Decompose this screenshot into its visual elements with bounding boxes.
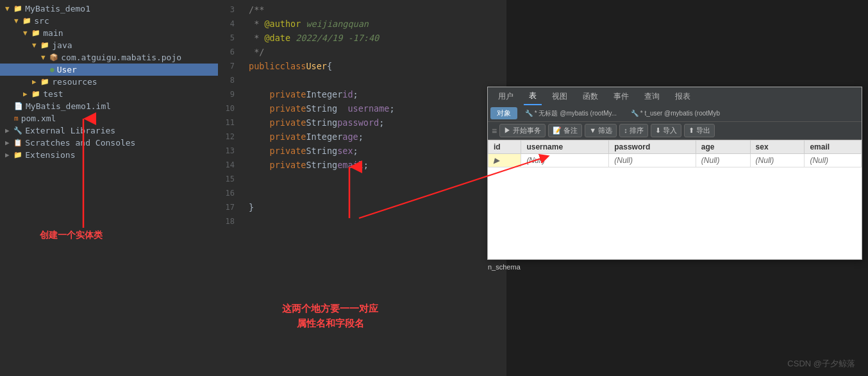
code-line-6: */ [249,45,506,59]
sidebar-item-package[interactable]: ▼ 📦 com.atguigu.mabatis.pojo [0,51,218,64]
col-age[interactable]: age [696,141,750,154]
sidebar-label: test [43,89,63,99]
code-line-12: private Integer age; [249,130,506,144]
folder-icon: ▶ 📁 [23,90,40,98]
code-line-14: private String email; [249,158,506,172]
sidebar-label: Extensions [25,150,75,160]
iml-icon: 📄 [14,102,23,110]
folder-icon: ▶ 📋 [5,139,22,147]
sidebar-label: java [52,40,72,50]
col-id[interactable]: id [488,141,521,154]
col-password[interactable]: password [609,141,696,154]
code-line-11: private String password; [249,115,506,130]
code-line-16 [249,186,506,200]
sidebar-item-user-class[interactable]: ● User [0,64,218,76]
sidebar-item-iml[interactable]: 📄 MyBatis_demo1.iml [0,100,218,112]
cell-password[interactable]: (Null) [609,154,696,167]
db-tab-query[interactable]: 查询 [639,89,665,105]
sidebar-item-external-libs[interactable]: ▶ 🔧 External Libraries [0,124,218,137]
db-toolbar: ≡ ▶ 开始事务 📝 备注 ▼ 筛选 ↕ 排序 ⬇ 导入 ⬆ 导出 [488,122,862,140]
sidebar-label: MyBatis_demo1.iml [26,101,111,111]
sidebar-item-extensions[interactable]: ▶ 📁 Extensions [0,149,218,161]
sidebar-item-src[interactable]: ▼ 📁 src [0,15,218,27]
db-data-table: id username password age sex email ▶ (Nu… [488,140,862,167]
sidebar-label: pom.xml [21,114,56,123]
left-annotation: 创建一个实体类 [40,230,103,241]
class-icon: ● [50,65,54,74]
watermark: CSDN @子夕鲸落 [787,358,855,370]
code-line-10: private String username; [249,101,506,115]
col-email[interactable]: email [805,141,862,154]
code-line-7: public class User { [249,59,506,73]
sidebar-label: External Libraries [25,126,115,135]
code-line-15 [249,172,506,186]
db-top-tabs: 用户 表 视图 函数 事件 查询 报表 [488,87,862,105]
sidebar-label: User [57,65,77,74]
db-tab-table[interactable]: 表 [524,88,542,105]
sidebar-item-java[interactable]: ▼ 📁 java [0,39,218,51]
code-line-9: private Integer id; [249,87,506,101]
cell-username[interactable]: (Null) [521,154,609,167]
db-subtab-object[interactable]: 对象 [490,107,517,119]
db-subtab-untitled[interactable]: 🔧 * 无标题 @mybatis (rootMy... [519,108,623,119]
db-table-area[interactable]: id username password age sex email ▶ (Nu… [488,140,862,259]
sidebar-item-main[interactable]: ▼ 📁 main [0,27,218,39]
db-tab-report[interactable]: 报表 [670,89,696,105]
sidebar-item-resources[interactable]: ▶ 📁 resources [0,76,218,88]
db-btn-import[interactable]: ⬇ 导入 [651,124,681,137]
db-tab-user[interactable]: 用户 [493,89,519,105]
db-subtab-tuser[interactable]: 🔧 * t_user @mybatis (rootMyb [624,108,726,118]
db-btn-export[interactable]: ⬆ 导出 [684,124,715,137]
db-tab-function[interactable]: 函数 [578,89,603,105]
cell-id[interactable]: ▶ [488,154,521,167]
db-btn-note[interactable]: 📝 备注 [548,124,582,137]
code-line-4: * @author weijiangquan [249,17,506,31]
sidebar-item-scratches[interactable]: ▶ 📋 Scratches and Consoles [0,137,218,149]
code-line-3: /** [249,3,506,17]
db-tab-event[interactable]: 事件 [608,89,634,105]
code-line-13: private String sex; [249,144,506,158]
code-line-17: } [249,200,506,214]
cell-sex[interactable]: (Null) [750,154,805,167]
folder-icon: ▼ 📦 [41,53,58,62]
db-panel: 用户 表 视图 函数 事件 查询 报表 对象 🔧 * 无标题 @mybatis … [487,87,862,260]
schema-label: n_schema [488,263,521,271]
db-btn-sort[interactable]: ↕ 排序 [619,124,648,137]
sidebar-label: src [34,16,49,26]
sidebar-label: Scratches and Consoles [25,138,135,148]
sidebar-label: main [43,28,63,38]
folder-icon: ▼ 📁 [5,4,22,13]
db-btn-start-transaction[interactable]: ▶ 开始事务 [499,124,546,137]
folder-icon: ▼ 📁 [32,41,49,49]
sidebar-item-pom[interactable]: m pom.xml [0,112,218,124]
sidebar-label: resources [52,77,97,87]
folder-icon: ▶ 📁 [5,151,22,159]
folder-icon: ▶ 🔧 [5,126,22,135]
db-sub-tabs: 对象 🔧 * 无标题 @mybatis (rootMy... 🔧 * t_use… [488,105,862,122]
folder-icon: ▼ 📁 [23,29,40,37]
bottom-annotation: 这两个地方要一一对应属性名和字段名 [282,302,378,330]
cell-email[interactable]: (Null) [805,154,862,167]
col-username[interactable]: username [521,141,609,154]
folder-icon: ▼ 📁 [14,17,31,25]
db-btn-filter[interactable]: ▼ 筛选 [585,124,617,137]
cell-age[interactable]: (Null) [696,154,750,167]
sidebar-label: com.atguigu.mabatis.pojo [61,53,181,62]
line-numbers: 3 4 5 6 7 8 9 10 11 12 13 14 15 16 17 18 [218,0,244,376]
file-tree: ▼ 📁 MyBatis_demo1 ▼ 📁 src ▼ 📁 main ▼ 📁 j… [0,0,218,376]
code-line-8 [249,73,506,87]
project-root-label: MyBatis_demo1 [25,4,90,13]
db-tab-view[interactable]: 视图 [547,89,572,105]
xml-icon: m [14,114,19,123]
folder-icon: ▶ 📁 [32,78,49,86]
project-root[interactable]: ▼ 📁 MyBatis_demo1 [0,3,218,15]
code-line-18 [249,214,506,228]
sidebar-item-test[interactable]: ▶ 📁 test [0,88,218,100]
col-sex[interactable]: sex [750,141,805,154]
bottom-annotation-text: 这两个地方要一一对应属性名和字段名 [282,303,378,329]
table-row[interactable]: ▶ (Null) (Null) (Null) (Null) (Null) [488,154,862,167]
code-line-5: * @date 2022/4/19 -17:40 [249,31,506,45]
